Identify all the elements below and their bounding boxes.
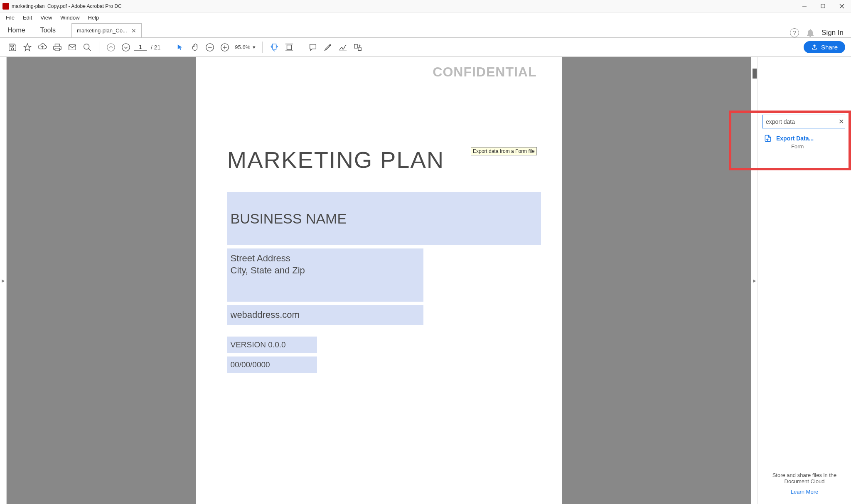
toolbar: / 21 95.6% ▾ Share: [0, 38, 851, 57]
titlebar: marketing-plan_Copy.pdf - Adobe Acrobat …: [0, 0, 851, 12]
menu-view[interactable]: View: [36, 13, 56, 22]
save-icon[interactable]: [6, 41, 19, 54]
document-viewport[interactable]: CONFIDENTIAL MARKETING PLAN BUSINESS NAM…: [7, 57, 751, 504]
page-up-icon[interactable]: [104, 41, 118, 54]
chevron-right-icon: ▶: [2, 278, 5, 283]
share-button[interactable]: Share: [804, 41, 845, 53]
app-icon: [2, 3, 9, 10]
address-line1: Street Address: [231, 253, 420, 265]
menubar: File Edit View Window Help: [0, 12, 851, 23]
watermark: CONFIDENTIAL: [433, 64, 536, 80]
left-panel-toggle[interactable]: ▶: [0, 57, 7, 504]
field-date[interactable]: 00/00/0000: [227, 356, 317, 373]
page-down-icon[interactable]: [119, 41, 133, 54]
menu-edit[interactable]: Edit: [19, 13, 36, 22]
chevron-right-icon: ▶: [753, 278, 756, 283]
export-data-icon: [764, 134, 772, 143]
maximize-button[interactable]: [814, 0, 832, 12]
tab-close-icon[interactable]: ✕: [131, 27, 136, 34]
pdf-page: CONFIDENTIAL MARKETING PLAN BUSINESS NAM…: [196, 57, 562, 504]
star-icon[interactable]: [21, 41, 34, 54]
clear-search-icon[interactable]: ✕: [839, 118, 844, 125]
share-label: Share: [821, 44, 838, 51]
fit-page-icon[interactable]: [283, 41, 296, 54]
svg-rect-19: [354, 44, 357, 48]
print-icon[interactable]: [51, 41, 64, 54]
svg-rect-1: [821, 4, 825, 8]
share-icon: [811, 44, 818, 51]
hand-tool-icon[interactable]: [188, 41, 202, 54]
menu-help[interactable]: Help: [84, 13, 103, 22]
svg-point-5: [84, 44, 89, 49]
sign-icon[interactable]: [336, 41, 349, 54]
search-icon[interactable]: [81, 41, 94, 54]
zoom-out-icon[interactable]: [203, 41, 216, 54]
zoom-select[interactable]: 95.6% ▾: [233, 43, 257, 51]
field-business-name[interactable]: BUSINESS NAME: [227, 192, 541, 245]
tab-document[interactable]: marketing-plan_Co... ✕: [71, 23, 142, 37]
tools-search-input[interactable]: [766, 118, 839, 125]
page-number-input[interactable]: [134, 44, 147, 51]
email-icon[interactable]: [66, 41, 79, 54]
address-line2: City, State and Zip: [231, 265, 420, 277]
svg-rect-15: [287, 45, 292, 49]
menu-file[interactable]: File: [2, 13, 19, 22]
tab-tools[interactable]: Tools: [33, 23, 63, 37]
highlight-icon[interactable]: [321, 41, 334, 54]
tab-home[interactable]: Home: [0, 23, 33, 37]
scrollbar[interactable]: ▶: [751, 57, 758, 504]
comment-icon[interactable]: [306, 41, 320, 54]
minimize-button[interactable]: [795, 0, 814, 12]
page-total-label: / 21: [151, 44, 160, 51]
close-button[interactable]: [832, 0, 851, 12]
svg-rect-4: [69, 44, 76, 50]
menu-window[interactable]: Window: [56, 13, 84, 22]
cloud-icon[interactable]: [36, 41, 49, 54]
selection-tool-icon[interactable]: [173, 41, 187, 54]
scroll-thumb[interactable]: [753, 69, 757, 79]
search-result-category: Form: [762, 143, 845, 150]
tab-document-label: marketing-plan_Co...: [77, 27, 127, 34]
cloud-promo-text: Store and share files in the Document Cl…: [763, 472, 846, 484]
search-result-label: Export Data...: [776, 135, 814, 142]
tools-search[interactable]: ✕: [762, 115, 845, 128]
fit-width-icon[interactable]: [268, 41, 281, 54]
zoom-in-icon[interactable]: [218, 41, 231, 54]
window-title: marketing-plan_Copy.pdf - Adobe Acrobat …: [12, 3, 795, 9]
search-result-export-data[interactable]: Export Data...: [762, 128, 845, 144]
field-version[interactable]: VERSION 0.0.0: [227, 337, 317, 353]
svg-point-8: [122, 43, 130, 51]
more-tools-icon[interactable]: [351, 41, 364, 54]
svg-rect-14: [273, 44, 276, 49]
field-web[interactable]: webaddress.com: [227, 305, 423, 325]
learn-more-link[interactable]: Learn More: [763, 489, 846, 495]
sign-in-link[interactable]: Sign In: [821, 29, 844, 37]
svg-line-6: [89, 48, 91, 51]
tooltip: Export data from a Form file: [471, 147, 537, 155]
chevron-down-icon: ▾: [253, 44, 256, 50]
svg-point-7: [107, 43, 115, 51]
notifications-icon[interactable]: [807, 29, 814, 37]
tabbar: Home Tools marketing-plan_Co... ✕ ? Sign…: [0, 23, 851, 38]
zoom-value: 95.6%: [235, 44, 250, 50]
field-address[interactable]: Street Address City, State and Zip: [227, 248, 423, 302]
help-icon[interactable]: ?: [790, 28, 799, 37]
svg-rect-20: [358, 47, 361, 50]
